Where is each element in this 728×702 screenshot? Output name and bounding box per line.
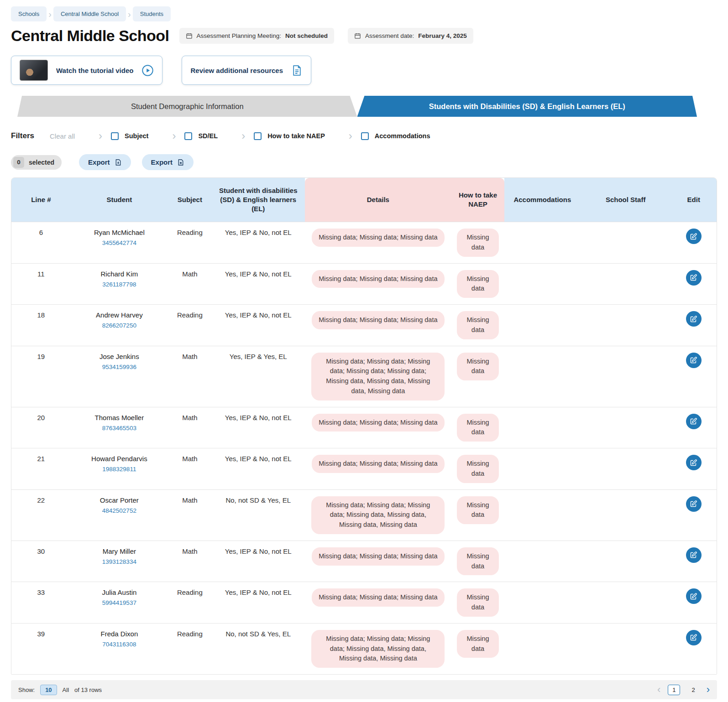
edit-button[interactable] [686, 311, 702, 327]
cell-edit [671, 623, 717, 674]
filter-checkbox[interactable] [254, 132, 262, 140]
tab-sd-el[interactable]: Students with Disabilities (SD) & Englis… [357, 96, 697, 117]
tutorial-thumbnail [20, 60, 48, 81]
student-name: Freda Dixon [75, 630, 163, 638]
filter-checkbox[interactable] [111, 132, 119, 140]
cell-line-number: 22 [11, 489, 71, 541]
cell-how-to-take-naep: Missing data [451, 304, 504, 346]
cell-student: Freda Dixon 7043116308 [71, 623, 168, 674]
edit-button[interactable] [686, 547, 702, 563]
filter-label[interactable]: Subject [125, 132, 148, 140]
cell-edit [671, 304, 717, 346]
missing-data-pill: Missing data; Missing data; Missing data… [311, 630, 445, 668]
edit-button[interactable] [686, 455, 702, 470]
cell-sd-el: No, not SD & Yes, EL [212, 489, 305, 541]
cell-edit [671, 222, 717, 263]
cell-details: Missing data; Missing data; Missing data… [305, 346, 451, 407]
selected-count-pill: 0 selected [11, 155, 62, 170]
missing-data-pill: Missing data; Missing data; Missing data [312, 547, 444, 566]
student-id: 1393128334 [75, 558, 163, 565]
filter-label[interactable]: SD/EL [198, 132, 218, 140]
missing-data-pill: Missing data; Missing data; Missing data… [311, 496, 445, 534]
table-header-row: Line # Student Subject Student with disa… [11, 178, 717, 222]
student-name: Andrew Harvey [75, 311, 163, 319]
tab-student-demographic[interactable]: Student Demographic Information [17, 96, 357, 117]
edit-button[interactable] [686, 270, 702, 286]
cell-accommodations [504, 582, 581, 623]
pdf-file-icon [115, 159, 122, 166]
cell-subject: Math [168, 407, 212, 448]
student-name: Richard Kim [75, 270, 163, 278]
edit-button[interactable] [686, 588, 702, 604]
cell-line-number: 6 [11, 222, 71, 263]
edit-button[interactable] [686, 353, 702, 368]
cell-accommodations [504, 263, 581, 305]
filter-label[interactable]: How to take NAEP [267, 132, 325, 140]
cell-student: Thomas Moeller 8763465503 [71, 407, 168, 448]
page-2-button[interactable]: 2 [687, 685, 699, 695]
cell-line-number: 20 [11, 407, 71, 448]
export-pdf-label: Export [88, 158, 110, 166]
student-id: 7043116308 [75, 641, 163, 648]
page-size-10[interactable]: 10 [40, 685, 57, 695]
cell-edit [671, 263, 717, 305]
edit-button[interactable] [686, 496, 702, 512]
additional-resources-card[interactable]: Review additional resources [182, 56, 311, 85]
table-body: 6 Ryan McMichael 3455642774 Reading Yes,… [11, 222, 717, 674]
cell-line-number: 18 [11, 304, 71, 346]
cell-details: Missing data; Missing data; Missing data… [305, 489, 451, 541]
cell-school-staff [581, 623, 671, 674]
cell-student: Andrew Harvey 8266207250 [71, 304, 168, 346]
additional-resources-label: Review additional resources [190, 67, 283, 74]
missing-data-pill: Missing data; Missing data; Missing data… [311, 353, 445, 400]
chevron-right-icon: › [172, 130, 176, 141]
tutorial-video-label: Watch the tutorial video [56, 67, 133, 74]
cell-school-staff [581, 407, 671, 448]
export-excel-button[interactable]: Export [142, 154, 194, 170]
planning-meeting-label: Assessment Planning Meeting: [197, 32, 281, 39]
cell-sd-el: Yes, IEP & No, not EL [212, 448, 305, 489]
col-details: Details [305, 178, 451, 222]
page-1-button[interactable]: 1 [668, 685, 680, 695]
export-excel-label: Export [151, 158, 173, 166]
student-name: Jose Jenkins [75, 353, 163, 360]
cell-accommodations [504, 304, 581, 346]
cell-subject: Math [168, 448, 212, 489]
chevron-right-icon: › [48, 10, 52, 19]
filter-group: › SD/EL [172, 130, 218, 141]
tab-bar: Student Demographic Information Students… [17, 96, 697, 117]
pagination: ‹ 1 2 › [657, 685, 710, 695]
col-how-to-take-naep: How to take NAEP [451, 178, 504, 222]
edit-button[interactable] [686, 630, 702, 645]
tutorial-video-card[interactable]: Watch the tutorial video [11, 56, 162, 85]
show-all-link[interactable]: All [63, 686, 69, 693]
missing-data-pill: Missing data; Missing data; Missing data [312, 311, 444, 329]
cell-accommodations [504, 222, 581, 263]
student-id: 1988329811 [75, 466, 163, 473]
edit-button[interactable] [686, 414, 702, 429]
cell-student: Jose Jenkins 9534159936 [71, 346, 168, 407]
student-name: Ryan McMichael [75, 229, 163, 236]
cell-edit [671, 407, 717, 448]
next-page-icon[interactable]: › [707, 685, 710, 695]
student-id: 4842502752 [75, 507, 163, 514]
breadcrumb-item[interactable]: Students [133, 6, 171, 21]
clear-all-filters[interactable]: Clear all [50, 132, 75, 140]
filter-group: › Subject [99, 130, 148, 141]
export-pdf-button[interactable]: Export [79, 154, 131, 170]
edit-button[interactable] [686, 229, 702, 244]
student-name: Oscar Porter [75, 496, 163, 504]
planning-meeting-badge: Assessment Planning Meeting: Not schedul… [179, 28, 334, 44]
cell-sd-el: Yes, IEP & No, not EL [212, 582, 305, 623]
cell-details: Missing data; Missing data; Missing data [305, 541, 451, 582]
table-footer: Show: 10 All of 13 rows ‹ 1 2 › [11, 680, 717, 699]
filter-label[interactable]: Accommodations [375, 132, 430, 140]
col-accommodations: Accommodations [504, 178, 581, 222]
col-subject: Subject [168, 178, 212, 222]
breadcrumb-item[interactable]: Schools [11, 6, 47, 21]
previous-page-icon[interactable]: ‹ [657, 685, 660, 695]
filter-checkbox[interactable] [361, 132, 369, 140]
filter-checkbox[interactable] [184, 132, 192, 140]
breadcrumb-item[interactable]: Central Middle School [53, 6, 126, 21]
col-student: Student [71, 178, 168, 222]
